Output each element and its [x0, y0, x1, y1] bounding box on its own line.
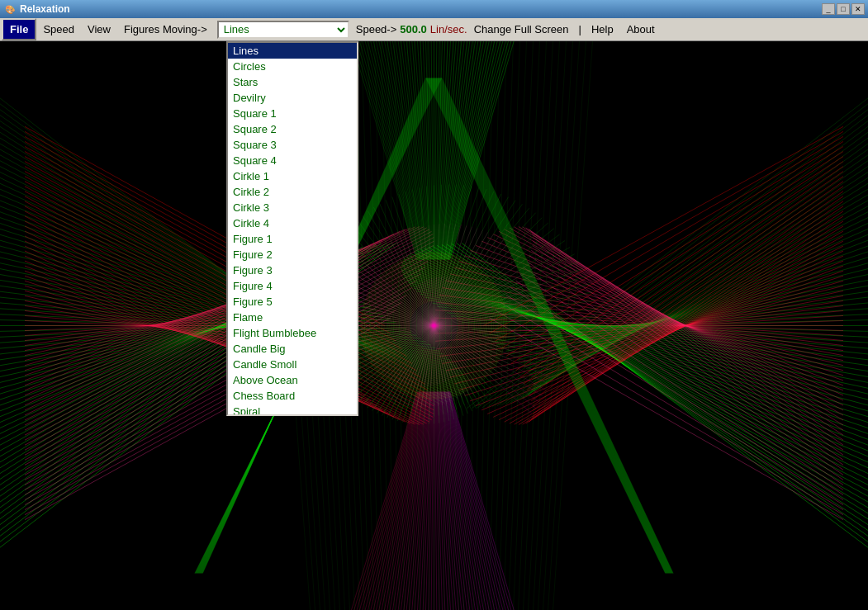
- dropdown-list-container: LinesCirclesStarsDevilrySquare 1Square 2…: [226, 41, 358, 416]
- close-button[interactable]: ✕: [851, 3, 865, 15]
- list-item[interactable]: Candle Smoll: [228, 357, 357, 372]
- figure-select[interactable]: LinesCirclesStarsDevilrySquare 1Square 2…: [217, 21, 349, 39]
- speed-value: 500.0: [400, 23, 427, 35]
- minimize-button[interactable]: _: [822, 3, 835, 15]
- figure-dropdown-wrap: LinesCirclesStarsDevilrySquare 1Square 2…: [217, 21, 349, 39]
- about-menu[interactable]: About: [620, 18, 662, 40]
- titlebar: 🎨 Relaxation _ □ ✕: [0, 0, 868, 18]
- list-item[interactable]: Square 4: [228, 153, 357, 168]
- app-icon: 🎨: [3, 2, 17, 16]
- view-menu[interactable]: View: [81, 18, 117, 40]
- speed-arrow-label: Speed->: [356, 23, 397, 35]
- speed-menu[interactable]: Speed: [36, 18, 81, 40]
- list-item[interactable]: Lines: [228, 43, 357, 59]
- list-item[interactable]: Figure 5: [228, 294, 357, 310]
- titlebar-controls: _ □ ✕: [822, 3, 865, 15]
- list-item[interactable]: Flight Bumblebee: [228, 325, 357, 341]
- list-item[interactable]: Cirkle 4: [228, 215, 357, 231]
- list-item[interactable]: Figure 3: [228, 262, 357, 278]
- speed-display: Speed-> 500.0 Lin/sec.: [356, 23, 467, 35]
- list-item[interactable]: Square 2: [228, 121, 357, 137]
- menubar: File Speed View Figures Moving-> LinesCi…: [0, 18, 868, 41]
- list-item[interactable]: Spiral: [228, 404, 357, 414]
- list-item[interactable]: Chess Board: [228, 388, 357, 404]
- list-item[interactable]: Figure 1: [228, 231, 357, 247]
- app-title: Relaxation: [20, 3, 70, 15]
- restore-button[interactable]: □: [837, 3, 850, 15]
- list-item[interactable]: Candle Big: [228, 341, 357, 357]
- titlebar-left: 🎨 Relaxation: [3, 2, 70, 16]
- list-item[interactable]: Cirkle 1: [228, 168, 357, 184]
- file-menu[interactable]: File: [2, 18, 36, 40]
- menu-separator: |: [576, 23, 585, 35]
- list-item[interactable]: Figure 4: [228, 278, 357, 294]
- list-item[interactable]: Figure 2: [228, 247, 357, 262]
- figures-moving-menu[interactable]: Figures Moving->: [117, 18, 214, 40]
- change-screen-button[interactable]: Change Full Screen: [467, 18, 576, 40]
- list-item[interactable]: Cirkle 2: [228, 184, 357, 200]
- list-item[interactable]: Stars: [228, 74, 357, 90]
- visualization-canvas: [0, 41, 868, 610]
- list-item[interactable]: Flame: [228, 310, 357, 325]
- list-item[interactable]: Cirkle 3: [228, 200, 357, 215]
- list-item[interactable]: Devilry: [228, 90, 357, 106]
- list-item[interactable]: Circles: [228, 59, 357, 74]
- list-item[interactable]: Square 3: [228, 137, 357, 153]
- list-item[interactable]: Above Ocean: [228, 372, 357, 388]
- canvas-area: [0, 41, 868, 610]
- speed-unit: Lin/sec.: [430, 23, 467, 35]
- list-item[interactable]: Square 1: [228, 106, 357, 121]
- dropdown-list[interactable]: LinesCirclesStarsDevilrySquare 1Square 2…: [228, 43, 357, 414]
- help-menu[interactable]: Help: [585, 18, 620, 40]
